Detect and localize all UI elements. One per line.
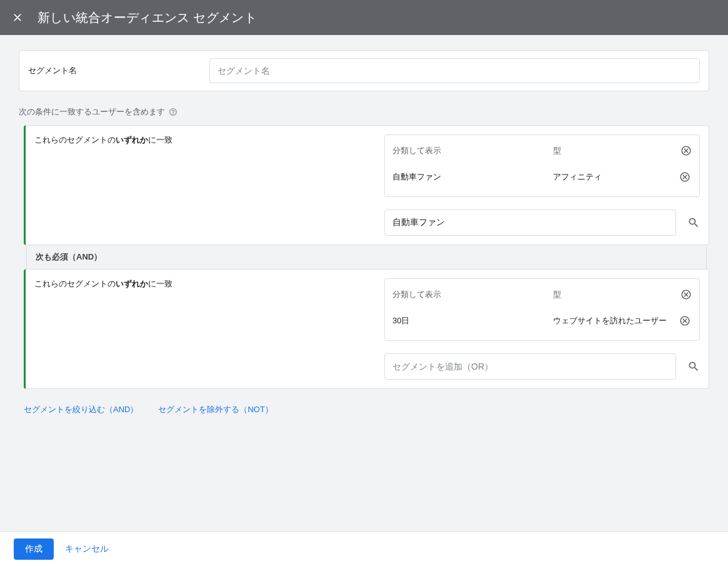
group-actions-row: セグメントを絞り込む（AND） セグメントを除外する（NOT） xyxy=(19,400,709,419)
segment-table-header: 分類して表示 型 xyxy=(392,138,692,164)
segment-search-row xyxy=(384,210,700,236)
segment-row: 自動車ファン アフィニティ xyxy=(392,164,692,190)
match-group: これらのセグメントのいずれかに一致 分類して表示 型 自動車ファン アフィニティ xyxy=(24,125,709,245)
segment-header-name: 分類して表示 xyxy=(392,289,547,300)
segment-table: 分類して表示 型 30日 ウェブサイトを訪れたユーザー xyxy=(384,278,700,341)
include-groups: これらのセグメントのいずれかに一致 分類して表示 型 自動車ファン アフィニティ xyxy=(19,125,709,389)
segment-table: 分類して表示 型 自動車ファン アフィニティ xyxy=(384,134,700,197)
include-section-header: 次の条件に一致するユーザーを含めます xyxy=(19,106,709,118)
segment-header-type: 型 xyxy=(553,145,672,156)
segment-header-name: 分類して表示 xyxy=(392,145,547,156)
segment-name-card: セグメント名 xyxy=(19,50,709,91)
search-icon[interactable] xyxy=(687,360,700,373)
segment-search-row xyxy=(384,353,700,380)
help-icon[interactable] xyxy=(169,108,177,116)
dialog-header: 新しい統合オーディエンス セグメント xyxy=(0,0,728,35)
segment-header-type: 型 xyxy=(553,289,672,300)
segment-row: 30日 ウェブサイトを訪れたユーザー xyxy=(392,308,692,334)
remove-row-icon[interactable] xyxy=(678,171,692,183)
dialog-footer: 作成 キャンセル xyxy=(0,531,728,566)
segment-name-input[interactable] xyxy=(209,58,700,83)
match-group: これらのセグメントのいずれかに一致 分類して表示 型 30日 ウェブサイトを訪れ… xyxy=(24,269,709,389)
segment-row-name: 30日 xyxy=(392,315,547,326)
segment-search-input[interactable] xyxy=(384,353,676,380)
segment-table-header: 分類して表示 型 xyxy=(392,281,692,308)
exclude-not-button[interactable]: セグメントを除外する（NOT） xyxy=(158,400,272,419)
segment-search-input[interactable] xyxy=(384,210,676,236)
dialog-content: セグメント名 次の条件に一致するユーザーを含めます これらのセグメントのいずれか… xyxy=(0,35,728,531)
cancel-button[interactable]: キャンセル xyxy=(65,543,109,555)
search-icon[interactable] xyxy=(687,216,700,229)
dialog-title: 新しい統合オーディエンス セグメント xyxy=(37,9,257,26)
close-icon[interactable] xyxy=(11,11,24,24)
narrow-and-button[interactable]: セグメントを絞り込む（AND） xyxy=(24,400,138,419)
segment-row-type: アフィニティ xyxy=(553,171,672,183)
and-connector-label: 次も必須（AND） xyxy=(26,245,707,269)
match-condition-label: これらのセグメントのいずれかに一致 xyxy=(34,134,372,236)
match-condition-label: これらのセグメントのいずれかに一致 xyxy=(34,278,372,380)
remove-row-icon[interactable] xyxy=(678,315,692,326)
segment-name-label: セグメント名 xyxy=(28,65,184,76)
remove-header-icon[interactable] xyxy=(678,289,692,300)
create-button[interactable]: 作成 xyxy=(14,538,54,560)
include-section-title: 次の条件に一致するユーザーを含めます xyxy=(19,106,165,118)
segment-row-type: ウェブサイトを訪れたユーザー xyxy=(553,315,672,326)
remove-header-icon[interactable] xyxy=(678,145,692,156)
segment-row-name: 自動車ファン xyxy=(392,171,547,183)
